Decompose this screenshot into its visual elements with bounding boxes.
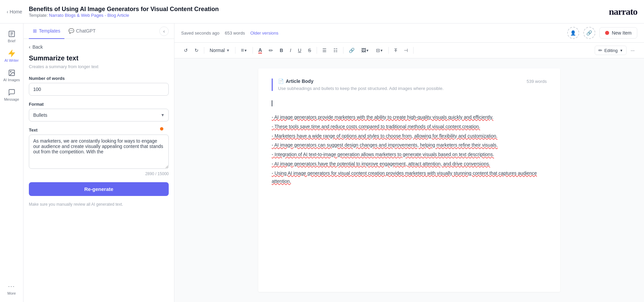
strikethrough-button[interactable]: S (305, 46, 314, 55)
editing-label: Editing (604, 48, 618, 53)
svg-marker-4 (9, 50, 14, 56)
more-toolbar-button[interactable]: ··· (628, 46, 637, 55)
table-chevron-icon: ▼ (380, 49, 383, 52)
list-item: AI image generators have the potential t… (272, 159, 547, 169)
words-label: Number of words (29, 76, 169, 81)
chatgpt-tab-icon: 💬 (68, 28, 74, 34)
sidebar-aiwriter-label: AI Writer (4, 58, 19, 62)
link-button[interactable]: 🔗 (346, 46, 357, 55)
undo-button[interactable]: ↺ (181, 46, 191, 55)
editing-dropdown[interactable]: ✏ Editing ▼ (595, 46, 627, 55)
sidebar-item-message[interactable]: Message (0, 85, 23, 105)
template-link[interactable]: Narrato Blogs & Web Pages - Blog Article (49, 13, 129, 18)
format-label: Format (29, 102, 169, 107)
word-count: 653 words (225, 31, 245, 36)
doc-title: Benefits of Using AI Image Generators fo… (29, 6, 219, 13)
sidebar-item-more[interactable]: ··· More (0, 280, 23, 299)
panel-content: ‹ Back Summarize text Creates a summary … (23, 39, 174, 302)
back-link[interactable]: ‹ Back (29, 44, 169, 50)
article-body-hint: Use subheadings and bullets to keep the … (278, 86, 547, 91)
content-bullets: AI image generators provide marketers wi… (272, 113, 547, 186)
toolbar-right-group: ✏ Editing ▼ ··· (595, 46, 637, 55)
doc-title-block: Benefits of Using AI Image Generators fo… (29, 6, 219, 18)
link-icon: 🔗 (349, 48, 355, 53)
ordered-list-button[interactable]: ☷ (331, 46, 340, 55)
clear-format-button[interactable]: T (391, 46, 400, 55)
strikethrough-icon: S (308, 48, 311, 53)
toolbar-sep-5 (343, 47, 343, 54)
sidebar-item-brief[interactable]: Brief (0, 27, 23, 46)
list-item: Using AI image generators for visual con… (272, 169, 547, 186)
editor-content: 📄 Article Body 539 words Use subheadings… (174, 58, 644, 302)
bold-button[interactable]: B (277, 46, 286, 55)
highlight-icon: ✏ (269, 47, 273, 54)
share-avatar[interactable]: 🔗 (583, 27, 595, 39)
icon-sidebar: Brief AI Writer AI Images Message ··· Mo… (0, 23, 23, 302)
toolbar-sep-2 (235, 47, 235, 54)
home-link[interactable]: ‹ Home (7, 9, 22, 14)
left-panel: ⊞ Templates 💬 ChatGPT ‹ ‹ Back Summarize… (23, 23, 174, 302)
align-chevron-icon: ▼ (244, 49, 247, 52)
table-icon: ⊟ (376, 48, 380, 53)
svg-point-6 (10, 71, 11, 72)
bullet-list-button[interactable]: ☰ (320, 46, 329, 55)
editor-topbar: Saved seconds ago 653 words Older versio… (174, 23, 644, 43)
user-avatar[interactable]: 👤 (567, 27, 579, 39)
article-body-section: 📄 Article Body 539 words Use subheadings… (272, 79, 547, 91)
font-color-button[interactable]: A (256, 45, 265, 55)
ai-images-icon (8, 69, 15, 77)
outdent-button[interactable]: ⊣ (401, 46, 411, 55)
editing-chevron-icon: ▼ (620, 49, 623, 52)
bold-icon: B (280, 48, 283, 53)
sidebar-message-label: Message (4, 97, 19, 101)
redo-button[interactable]: ↻ (192, 46, 201, 55)
pencil-icon: ✏ (598, 48, 602, 53)
back-label: Back (33, 44, 43, 50)
italic-button[interactable]: I (287, 46, 294, 55)
underline-button[interactable]: U (295, 46, 304, 55)
sidebar-item-ai-images[interactable]: AI Images (0, 66, 23, 85)
sidebar-brief-label: Brief (8, 39, 15, 43)
redo-icon: ↻ (195, 48, 199, 53)
format-select[interactable]: Bullets Numbered Paragraph (29, 109, 169, 121)
toolbar-sep-4 (317, 47, 317, 54)
tab-templates[interactable]: ⊞ Templates (29, 23, 64, 39)
main-layout: Brief AI Writer AI Images Message ··· Mo… (0, 23, 644, 302)
list-item: These tools save time and reduce costs c… (272, 122, 547, 132)
style-dropdown[interactable]: Normal ▼ (207, 46, 232, 54)
ai-writer-icon (8, 50, 15, 57)
image-button[interactable]: 🖼 ▼ (359, 46, 372, 55)
more-toolbar-icon: ··· (631, 48, 635, 53)
text-label: Text (29, 128, 169, 133)
tabs-row: ⊞ Templates 💬 ChatGPT ‹ (23, 23, 174, 39)
list-item: AI image generators can suggest design c… (272, 141, 547, 150)
panel-title: Summarize text (29, 54, 169, 62)
words-input[interactable] (29, 83, 169, 96)
sidebar-item-ai-writer[interactable]: AI Writer (0, 46, 23, 66)
tab-chatgpt[interactable]: 💬 ChatGPT (64, 23, 100, 39)
article-body-header: 📄 Article Body 539 words (278, 79, 547, 84)
new-item-button[interactable]: New Item (599, 27, 637, 39)
regenerate-button[interactable]: Re-generate (29, 182, 169, 196)
table-button[interactable]: ⊟ ▼ (373, 46, 386, 55)
editor-body[interactable]: 📄 Article Body 539 words Use subheadings… (258, 68, 560, 292)
panel-subtitle: Creates a summary from longer text (29, 64, 169, 69)
header-left: ‹ Home Benefits of Using AI Image Genera… (7, 6, 219, 18)
sidebar-aiimages-label: AI Images (3, 78, 20, 82)
toolbar-sep-7 (413, 47, 414, 54)
text-form-group: Text As marketers, we are constantly loo… (29, 128, 169, 176)
doc-template: Template: Narrato Blogs & Web Pages - Bl… (29, 13, 219, 18)
share-icon: 🔗 (586, 30, 592, 36)
highlight-button[interactable]: ✏ (266, 46, 276, 55)
new-item-dot (605, 31, 609, 35)
char-count-value: 2890 / 15000 (145, 171, 169, 176)
collapse-panel-button[interactable]: ‹ (159, 27, 169, 36)
chevron-left-icon: ‹ (7, 9, 8, 14)
text-textarea[interactable]: As marketers, we are constantly looking … (29, 135, 169, 169)
collapse-icon: ‹ (163, 29, 165, 34)
orange-dot-indicator (160, 127, 163, 131)
templates-tab-icon: ⊞ (33, 28, 37, 34)
older-versions-link[interactable]: Older versions (250, 31, 278, 36)
align-button[interactable]: ≡ ▼ (238, 46, 250, 55)
article-body-title: 📄 Article Body (278, 79, 313, 84)
